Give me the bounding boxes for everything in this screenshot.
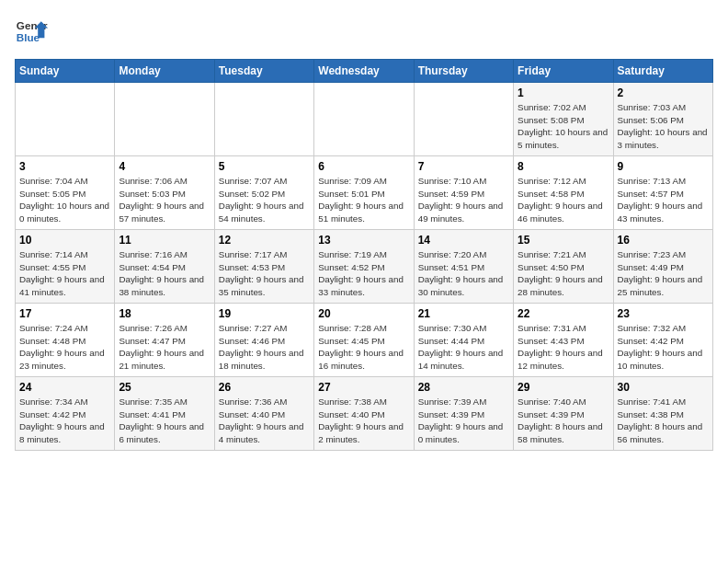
day-number: 21	[418, 307, 509, 320]
calendar-cell: 28Sunrise: 7:39 AM Sunset: 4:39 PM Dayli…	[414, 377, 513, 451]
day-info: Sunrise: 7:19 AM Sunset: 4:52 PM Dayligh…	[318, 248, 409, 299]
calendar-cell: 24Sunrise: 7:34 AM Sunset: 4:42 PM Dayli…	[16, 377, 115, 451]
day-info: Sunrise: 7:30 AM Sunset: 4:44 PM Dayligh…	[418, 322, 509, 373]
day-info: Sunrise: 7:14 AM Sunset: 4:55 PM Dayligh…	[19, 248, 110, 299]
day-info: Sunrise: 7:32 AM Sunset: 4:42 PM Dayligh…	[618, 322, 709, 373]
calendar-cell: 6Sunrise: 7:09 AM Sunset: 5:01 PM Daylig…	[314, 156, 414, 230]
calendar-cell	[314, 83, 414, 156]
day-number: 4	[119, 160, 210, 173]
day-info: Sunrise: 7:41 AM Sunset: 4:38 PM Dayligh…	[618, 396, 709, 446]
day-info: Sunrise: 7:26 AM Sunset: 4:47 PM Dayligh…	[119, 322, 210, 373]
day-info: Sunrise: 7:09 AM Sunset: 5:01 PM Dayligh…	[318, 175, 409, 225]
calendar-cell: 4Sunrise: 7:06 AM Sunset: 5:03 PM Daylig…	[115, 156, 214, 230]
logo: General Blue	[15, 15, 48, 48]
calendar-cell: 25Sunrise: 7:35 AM Sunset: 4:41 PM Dayli…	[115, 377, 214, 451]
calendar-cell: 13Sunrise: 7:19 AM Sunset: 4:52 PM Dayli…	[314, 230, 414, 304]
calendar-cell: 29Sunrise: 7:40 AM Sunset: 4:39 PM Dayli…	[514, 377, 613, 451]
day-info: Sunrise: 7:39 AM Sunset: 4:39 PM Dayligh…	[418, 396, 509, 446]
day-info: Sunrise: 7:36 AM Sunset: 4:40 PM Dayligh…	[219, 396, 310, 446]
day-number: 10	[19, 234, 110, 247]
day-number: 5	[219, 160, 310, 173]
weekday-header-tuesday: Tuesday	[214, 60, 313, 83]
calendar-cell: 3Sunrise: 7:04 AM Sunset: 5:05 PM Daylig…	[16, 156, 115, 230]
day-info: Sunrise: 7:24 AM Sunset: 4:48 PM Dayligh…	[19, 322, 110, 373]
day-number: 3	[19, 160, 110, 173]
calendar-cell: 17Sunrise: 7:24 AM Sunset: 4:48 PM Dayli…	[16, 304, 115, 377]
day-number: 11	[119, 234, 210, 247]
calendar-cell: 21Sunrise: 7:30 AM Sunset: 4:44 PM Dayli…	[414, 304, 513, 377]
calendar-cell: 22Sunrise: 7:31 AM Sunset: 4:43 PM Dayli…	[514, 304, 613, 377]
day-number: 17	[19, 307, 110, 320]
day-info: Sunrise: 7:38 AM Sunset: 4:40 PM Dayligh…	[318, 396, 409, 446]
calendar-cell: 5Sunrise: 7:07 AM Sunset: 5:02 PM Daylig…	[214, 156, 313, 230]
weekday-header-friday: Friday	[514, 60, 613, 83]
day-number: 24	[19, 381, 110, 394]
day-info: Sunrise: 7:17 AM Sunset: 4:53 PM Dayligh…	[219, 248, 310, 299]
day-info: Sunrise: 7:10 AM Sunset: 4:59 PM Dayligh…	[418, 175, 509, 225]
day-info: Sunrise: 7:16 AM Sunset: 4:54 PM Dayligh…	[119, 248, 210, 299]
day-number: 14	[418, 234, 509, 247]
day-number: 6	[318, 160, 409, 173]
day-number: 15	[518, 234, 609, 247]
calendar-cell: 12Sunrise: 7:17 AM Sunset: 4:53 PM Dayli…	[214, 230, 313, 304]
day-number: 12	[219, 234, 310, 247]
calendar-cell: 9Sunrise: 7:13 AM Sunset: 4:57 PM Daylig…	[613, 156, 712, 230]
calendar-cell: 16Sunrise: 7:23 AM Sunset: 4:49 PM Dayli…	[613, 230, 712, 304]
day-number: 28	[418, 381, 509, 394]
day-number: 1	[518, 86, 609, 99]
calendar-week-4: 17Sunrise: 7:24 AM Sunset: 4:48 PM Dayli…	[16, 304, 713, 377]
day-number: 16	[618, 234, 709, 247]
calendar-cell: 7Sunrise: 7:10 AM Sunset: 4:59 PM Daylig…	[414, 156, 513, 230]
day-number: 13	[318, 234, 409, 247]
day-info: Sunrise: 7:28 AM Sunset: 4:45 PM Dayligh…	[318, 322, 409, 373]
calendar-cell	[16, 83, 115, 156]
calendar-week-1: 1Sunrise: 7:02 AM Sunset: 5:08 PM Daylig…	[16, 83, 713, 156]
day-number: 22	[518, 307, 609, 320]
calendar-cell: 10Sunrise: 7:14 AM Sunset: 4:55 PM Dayli…	[16, 230, 115, 304]
day-info: Sunrise: 7:20 AM Sunset: 4:51 PM Dayligh…	[418, 248, 509, 299]
day-info: Sunrise: 7:21 AM Sunset: 4:50 PM Dayligh…	[518, 248, 609, 299]
day-number: 20	[318, 307, 409, 320]
calendar-cell: 23Sunrise: 7:32 AM Sunset: 4:42 PM Dayli…	[613, 304, 712, 377]
calendar-cell: 26Sunrise: 7:36 AM Sunset: 4:40 PM Dayli…	[214, 377, 313, 451]
day-info: Sunrise: 7:12 AM Sunset: 4:58 PM Dayligh…	[518, 175, 609, 225]
weekday-header-thursday: Thursday	[414, 60, 513, 83]
calendar-cell: 30Sunrise: 7:41 AM Sunset: 4:38 PM Dayli…	[613, 377, 712, 451]
day-info: Sunrise: 7:03 AM Sunset: 5:06 PM Dayligh…	[618, 101, 709, 152]
logo-icon: General Blue	[15, 15, 48, 48]
day-info: Sunrise: 7:40 AM Sunset: 4:39 PM Dayligh…	[518, 396, 609, 446]
day-number: 9	[618, 160, 709, 173]
page-header: General Blue	[15, 15, 713, 48]
day-number: 7	[418, 160, 509, 173]
calendar-table: SundayMondayTuesdayWednesdayThursdayFrid…	[15, 59, 713, 451]
calendar-week-5: 24Sunrise: 7:34 AM Sunset: 4:42 PM Dayli…	[16, 377, 713, 451]
weekday-header-saturday: Saturday	[613, 60, 712, 83]
calendar-body: 1Sunrise: 7:02 AM Sunset: 5:08 PM Daylig…	[16, 83, 713, 451]
day-number: 18	[119, 307, 210, 320]
weekday-header-row: SundayMondayTuesdayWednesdayThursdayFrid…	[16, 60, 713, 83]
day-number: 8	[518, 160, 609, 173]
day-info: Sunrise: 7:13 AM Sunset: 4:57 PM Dayligh…	[618, 175, 709, 225]
day-info: Sunrise: 7:02 AM Sunset: 5:08 PM Dayligh…	[518, 101, 609, 152]
day-info: Sunrise: 7:27 AM Sunset: 4:46 PM Dayligh…	[219, 322, 310, 373]
calendar-cell	[115, 83, 214, 156]
day-number: 30	[618, 381, 709, 394]
calendar-cell	[214, 83, 313, 156]
calendar-cell: 8Sunrise: 7:12 AM Sunset: 4:58 PM Daylig…	[514, 156, 613, 230]
day-info: Sunrise: 7:23 AM Sunset: 4:49 PM Dayligh…	[618, 248, 709, 299]
weekday-header-wednesday: Wednesday	[314, 60, 414, 83]
day-number: 29	[518, 381, 609, 394]
weekday-header-sunday: Sunday	[16, 60, 115, 83]
day-number: 26	[219, 381, 310, 394]
calendar-cell: 2Sunrise: 7:03 AM Sunset: 5:06 PM Daylig…	[613, 83, 712, 156]
weekday-header-monday: Monday	[115, 60, 214, 83]
calendar-cell: 11Sunrise: 7:16 AM Sunset: 4:54 PM Dayli…	[115, 230, 214, 304]
calendar-cell: 19Sunrise: 7:27 AM Sunset: 4:46 PM Dayli…	[214, 304, 313, 377]
calendar-week-3: 10Sunrise: 7:14 AM Sunset: 4:55 PM Dayli…	[16, 230, 713, 304]
day-number: 27	[318, 381, 409, 394]
day-info: Sunrise: 7:35 AM Sunset: 4:41 PM Dayligh…	[119, 396, 210, 446]
day-info: Sunrise: 7:04 AM Sunset: 5:05 PM Dayligh…	[19, 175, 110, 225]
day-info: Sunrise: 7:06 AM Sunset: 5:03 PM Dayligh…	[119, 175, 210, 225]
calendar-cell: 1Sunrise: 7:02 AM Sunset: 5:08 PM Daylig…	[514, 83, 613, 156]
calendar-cell: 27Sunrise: 7:38 AM Sunset: 4:40 PM Dayli…	[314, 377, 414, 451]
